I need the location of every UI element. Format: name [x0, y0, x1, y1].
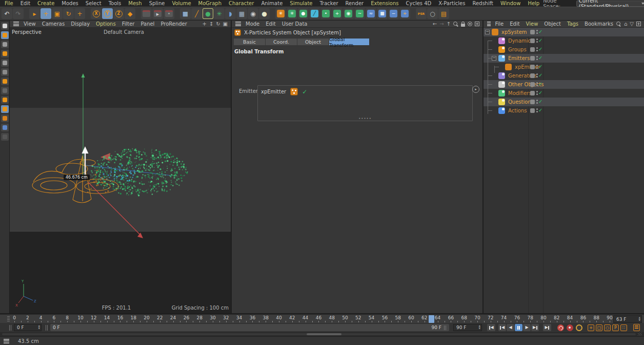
xp-modifier-icon[interactable]: ~ [354, 8, 365, 19]
goto-start-button[interactable]: ◀ [487, 324, 495, 331]
visibility-dots-icon[interactable] [536, 91, 538, 92]
move-tool-icon[interactable]: + [41, 8, 51, 19]
viewport-menu-filter[interactable]: Filter [119, 21, 138, 27]
rotate-tool-icon[interactable]: ↻ [63, 8, 74, 19]
enabled-check-icon[interactable]: ✓ [538, 72, 542, 78]
expander-icon[interactable]: − [485, 30, 490, 34]
menu-tools[interactable]: Tools [105, 1, 125, 6]
parent-object-icon[interactable]: ↑ [447, 21, 451, 27]
playhead[interactable] [429, 315, 434, 323]
menu-mograph[interactable]: MoGraph [195, 1, 225, 6]
viewport-menu-panel[interactable]: Panel [137, 21, 157, 27]
new-panel-icon[interactable] [475, 22, 479, 26]
viewport-canvas[interactable]: Y Z X Perspective Default Camera 46.676 … [10, 28, 231, 313]
attribute-menu-edit[interactable]: Edit [263, 21, 278, 27]
layer-toggle-icon[interactable] [530, 108, 535, 113]
resize-handle[interactable]: ••••• [358, 117, 372, 121]
panel-menu-icon[interactable] [4, 339, 9, 343]
xp-gizmo-icon[interactable]: + [399, 8, 410, 19]
render-view-icon[interactable] [141, 8, 152, 19]
drag-grip[interactable] [46, 325, 48, 331]
om-menu-object[interactable]: Object [541, 21, 564, 27]
xp-group-icon[interactable]: ✳ [287, 8, 297, 19]
tab-basic[interactable]: Basic [234, 39, 265, 45]
om-menu-bookmarks[interactable]: Bookmarks [581, 21, 616, 27]
deformer-icon[interactable]: ◗ [225, 8, 236, 19]
object-row-questions[interactable]: Questions✓ [484, 98, 644, 106]
object-row-xpsystem[interactable]: −xpSystem✓ [484, 28, 644, 36]
xp-cache-icon[interactable]: ■ [377, 8, 388, 19]
enabled-check-icon[interactable]: ✓ [538, 99, 542, 104]
object-row-dynamics[interactable]: Dynamics✓ [484, 36, 644, 45]
emitters-listbox[interactable]: xpEmitter ✓ ••••• [257, 85, 473, 121]
enabled-check-icon[interactable]: ✓ [538, 37, 542, 43]
menu-mesh[interactable]: Mesh [125, 1, 145, 6]
tab-object[interactable]: Object [297, 39, 329, 45]
pick-object-button[interactable]: ▸ [472, 86, 479, 93]
viewport-menu-prorender[interactable]: ProRender [157, 21, 190, 27]
menu-cycles-4d[interactable]: Cycles 4D [402, 1, 435, 6]
object-row-groups[interactable]: Groups✓ [484, 45, 644, 54]
points-mode-icon[interactable] [1, 59, 9, 67]
camera-icon[interactable]: ◉ [248, 8, 258, 19]
xp-emitter-icon[interactable]: ● [298, 8, 309, 19]
workplane-mode-icon[interactable] [1, 50, 9, 57]
polygons-mode-icon[interactable] [1, 78, 9, 85]
xp-tool-icon[interactable] [1, 105, 9, 113]
layer-toggle-icon[interactable] [530, 73, 535, 78]
tweak-mode-icon[interactable] [1, 87, 9, 94]
menu-character[interactable]: Character [225, 1, 257, 6]
pan-view-icon[interactable]: + [202, 21, 206, 27]
visibility-dots-icon[interactable] [536, 56, 538, 57]
object-row-other-objects[interactable]: Other Objects✓ [484, 80, 644, 89]
goto-end-button[interactable]: ▶ [543, 324, 551, 331]
menu-volume[interactable]: Volume [168, 1, 194, 6]
xp-paint-icon[interactable]: ╱ [309, 8, 320, 19]
menu-tracker[interactable]: Tracker [316, 1, 341, 6]
scrollbar-handle[interactable] [307, 333, 341, 335]
menu-file[interactable]: File [1, 1, 17, 6]
visibility-dots-icon[interactable] [536, 65, 538, 66]
ruler-grip[interactable] [7, 316, 10, 322]
enabled-check-icon[interactable]: ✓ [538, 64, 542, 69]
generator-icon[interactable]: ● [203, 8, 213, 19]
layer-toggle-icon[interactable] [530, 91, 535, 95]
viewport-menu-cameras[interactable]: Cameras [39, 21, 68, 27]
drag-grip[interactable] [9, 325, 12, 331]
om-menu-file[interactable]: File [492, 21, 507, 27]
enabled-check-icon[interactable]: ✓ [538, 90, 542, 95]
camera-label[interactable]: Default Camera [104, 29, 144, 35]
prev-frame-button[interactable]: ◀ [507, 324, 514, 331]
viewport-menu-options[interactable]: Options [93, 21, 119, 27]
spinner-arrows-icon[interactable]: ▲▼ [639, 317, 641, 322]
live-selection-icon[interactable]: ▸ [29, 8, 40, 19]
magnet-tool-icon[interactable] [1, 114, 9, 122]
layer-toggle-icon[interactable] [530, 47, 535, 52]
autokey-button[interactable] [567, 324, 573, 331]
toggle-view-icon[interactable]: ▣ [223, 21, 228, 27]
layer-toggle-icon[interactable] [530, 39, 535, 43]
x-axis-lock-icon[interactable]: X [91, 8, 102, 19]
menu-help[interactable]: Help [524, 1, 543, 6]
redo-icon[interactable]: ↷ [13, 8, 24, 19]
environment-icon[interactable]: ▦ [236, 8, 247, 19]
xp-data-icon[interactable]: ≈ [366, 8, 376, 19]
layer-toggle-icon[interactable] [530, 56, 535, 61]
cube-primitive-icon[interactable]: ■ [180, 8, 191, 19]
undo-icon[interactable]: ↶ [2, 8, 12, 19]
z-axis-lock-icon[interactable]: Z [113, 8, 124, 19]
layer-toggle-icon[interactable] [530, 100, 535, 104]
y-axis-lock-icon[interactable]: Y [102, 8, 113, 19]
key-scale-toggle[interactable]: □ [596, 324, 602, 331]
resize-grip[interactable] [638, 333, 642, 336]
menu-animate[interactable]: Animate [257, 1, 286, 6]
track-icon[interactable] [468, 22, 472, 26]
search-icon[interactable] [453, 22, 458, 27]
timeline-ruler[interactable]: 63 F ▲▼ 02468101214161820222426283032343… [0, 314, 644, 323]
new-panel-icon[interactable] [636, 22, 641, 26]
visibility-dots-icon[interactable] [536, 73, 538, 75]
enabled-check-icon[interactable]: ✓ [538, 107, 542, 113]
viewport-menu-display[interactable]: Display [68, 21, 93, 27]
menu-modes[interactable]: Modes [58, 1, 82, 6]
layer-toggle-icon[interactable] [530, 82, 535, 87]
